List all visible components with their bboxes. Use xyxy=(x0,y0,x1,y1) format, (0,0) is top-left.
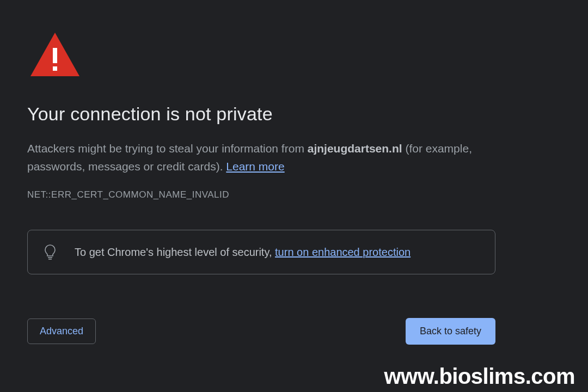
description-prefix: Attackers might be trying to steal your … xyxy=(27,142,308,155)
learn-more-link[interactable]: Learn more xyxy=(226,160,284,173)
button-row: Advanced Back to safety xyxy=(27,318,495,345)
lightbulb-icon xyxy=(44,244,56,260)
tip-prefix: To get Chrome's highest level of securit… xyxy=(75,246,275,258)
enhanced-protection-tip: To get Chrome's highest level of securit… xyxy=(27,230,495,274)
watermark-text: www.bioslims.com xyxy=(384,364,575,389)
page-title: Your connection is not private xyxy=(27,103,495,125)
description-domain: ajnjeugdartsen.nl xyxy=(308,142,402,155)
tip-text: To get Chrome's highest level of securit… xyxy=(75,246,411,259)
warning-description: Attackers might be trying to steal your … xyxy=(27,140,495,175)
interstitial-container: Your connection is not private Attackers… xyxy=(0,0,523,345)
warning-triangle-icon xyxy=(30,33,495,76)
back-to-safety-button[interactable]: Back to safety xyxy=(406,318,495,345)
enhanced-protection-link[interactable]: turn on enhanced protection xyxy=(275,246,411,258)
advanced-button[interactable]: Advanced xyxy=(27,318,96,344)
svg-rect-2 xyxy=(53,66,57,71)
svg-rect-1 xyxy=(53,48,57,63)
error-code: NET::ERR_CERT_COMMON_NAME_INVALID xyxy=(27,189,495,200)
